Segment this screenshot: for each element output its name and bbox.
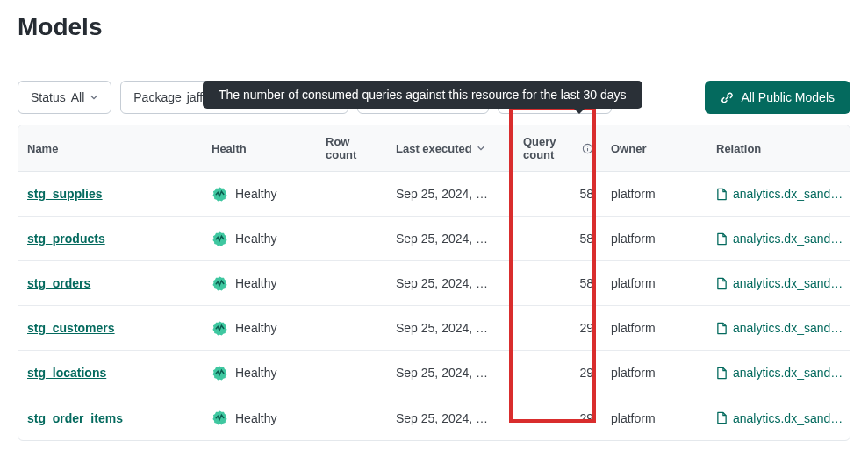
- model-link[interactable]: stg_products: [27, 231, 105, 246]
- cell-owner: platform: [602, 218, 707, 259]
- status-filter[interactable]: Status All: [18, 81, 111, 114]
- relation-link[interactable]: analytics.dx_sand…: [716, 411, 843, 425]
- col-name[interactable]: Name: [18, 125, 203, 171]
- model-link[interactable]: stg_customers: [27, 321, 115, 335]
- relation-text: analytics.dx_sand…: [733, 366, 843, 380]
- chevron-down-icon: [90, 93, 98, 102]
- table-row: stg_orders Healthy Sep 25, 2024, … 58 pl…: [18, 261, 850, 306]
- cell-querycount: 58: [514, 218, 602, 259]
- cell-relation: analytics.dx_sand…: [707, 174, 850, 214]
- chevron-down-icon: [477, 144, 485, 153]
- col-health[interactable]: Health: [203, 125, 317, 171]
- cell-lastexec: Sep 25, 2024, …: [387, 398, 514, 438]
- relation-text: analytics.dx_sand…: [733, 276, 843, 290]
- link-icon: [721, 91, 734, 104]
- document-icon: [716, 232, 728, 246]
- status-filter-value: All: [71, 90, 85, 104]
- cell-health: Healthy: [203, 352, 317, 395]
- relation-link[interactable]: analytics.dx_sand…: [716, 187, 843, 201]
- relation-text: analytics.dx_sand…: [733, 411, 843, 425]
- col-querycount[interactable]: Query count: [514, 125, 602, 171]
- cell-lastexec: Sep 25, 2024, …: [387, 308, 514, 348]
- health-icon: [212, 409, 228, 426]
- cell-health: Healthy: [203, 307, 317, 350]
- cell-lastexec: Sep 25, 2024, …: [387, 174, 514, 214]
- table-row: stg_products Healthy Sep 25, 2024, … 58 …: [18, 217, 850, 261]
- relation-text: analytics.dx_sand…: [733, 187, 843, 201]
- col-querycount-label: Query count: [523, 135, 577, 161]
- cell-name: stg_order_items: [18, 398, 203, 438]
- document-icon: [716, 411, 728, 424]
- cell-querycount: 29: [514, 398, 602, 438]
- cell-relation: analytics.dx_sand…: [707, 308, 850, 348]
- relation-link[interactable]: analytics.dx_sand…: [716, 231, 843, 246]
- relation-link[interactable]: analytics.dx_sand…: [716, 321, 843, 335]
- health-text: Healthy: [235, 411, 276, 425]
- model-link[interactable]: stg_orders: [27, 276, 90, 290]
- package-filter-label: Package: [133, 90, 181, 104]
- health-text: Healthy: [235, 321, 276, 335]
- document-icon: [716, 367, 728, 380]
- cell-lastexec: Sep 25, 2024, …: [387, 218, 514, 259]
- health-text: Healthy: [235, 366, 276, 380]
- model-link[interactable]: stg_supplies: [27, 187, 103, 201]
- relation-text: analytics.dx_sand…: [733, 231, 843, 246]
- col-rowcount-label: Row count: [326, 135, 378, 161]
- cell-owner: platform: [602, 263, 707, 303]
- model-link[interactable]: stg_locations: [27, 366, 106, 380]
- cell-lastexec: Sep 25, 2024, …: [387, 352, 514, 393]
- cell-health: Healthy: [203, 396, 317, 439]
- svg-point-1: [587, 146, 588, 146]
- cell-health: Healthy: [203, 262, 317, 305]
- cell-querycount: 29: [514, 308, 602, 348]
- cell-rowcount: [317, 225, 387, 252]
- cell-rowcount: [317, 315, 387, 341]
- cell-relation: analytics.dx_sand…: [707, 218, 850, 259]
- cell-health: Healthy: [203, 173, 317, 216]
- col-health-label: Health: [212, 142, 247, 155]
- table-body: stg_supplies Healthy Sep 25, 2024, … 58 …: [18, 172, 850, 440]
- table-row: stg_locations Healthy Sep 25, 2024, … 29…: [18, 351, 850, 395]
- all-public-models-button[interactable]: All Public Models: [705, 81, 850, 114]
- cell-owner: platform: [602, 398, 707, 438]
- info-icon: [582, 143, 593, 154]
- table-row: stg_customers Healthy Sep 25, 2024, … 29…: [18, 306, 850, 351]
- col-owner[interactable]: Owner: [602, 125, 707, 171]
- all-public-models-label: All Public Models: [741, 90, 835, 104]
- health-icon: [212, 275, 228, 292]
- cell-owner: platform: [602, 308, 707, 348]
- page-title: Models: [18, 13, 850, 41]
- health-icon: [212, 231, 228, 247]
- col-name-label: Name: [27, 142, 58, 155]
- models-table: Name Health Row count Last executed Quer…: [18, 125, 850, 441]
- cell-lastexec: Sep 25, 2024, …: [387, 263, 514, 303]
- relation-text: analytics.dx_sand…: [733, 321, 843, 335]
- table-row: stg_supplies Healthy Sep 25, 2024, … 58 …: [18, 172, 850, 217]
- cell-owner: platform: [602, 352, 707, 393]
- col-owner-label: Owner: [611, 142, 646, 155]
- cell-querycount: 58: [514, 263, 602, 303]
- health-text: Healthy: [235, 187, 276, 201]
- health-text: Healthy: [235, 231, 276, 246]
- relation-link[interactable]: analytics.dx_sand…: [716, 276, 843, 290]
- cell-health: Healthy: [203, 217, 317, 260]
- col-rowcount[interactable]: Row count: [317, 125, 387, 171]
- cell-name: stg_customers: [18, 308, 203, 348]
- model-link[interactable]: stg_order_items: [27, 411, 123, 425]
- cell-relation: analytics.dx_sand…: [707, 263, 850, 303]
- table-row: stg_order_items Healthy Sep 25, 2024, … …: [18, 395, 850, 440]
- document-icon: [716, 322, 728, 335]
- col-lastexec-label: Last executed: [396, 142, 472, 155]
- col-relation[interactable]: Relation: [707, 125, 850, 171]
- cell-querycount: 29: [514, 352, 602, 393]
- cell-name: stg_products: [18, 218, 203, 259]
- cell-owner: platform: [602, 174, 707, 214]
- col-relation-label: Relation: [716, 142, 761, 155]
- col-lastexec[interactable]: Last executed: [387, 125, 514, 171]
- cell-rowcount: [317, 270, 387, 296]
- cell-rowcount: [317, 181, 387, 207]
- health-icon: [212, 320, 228, 337]
- document-icon: [716, 277, 728, 290]
- cell-relation: analytics.dx_sand…: [707, 398, 850, 438]
- relation-link[interactable]: analytics.dx_sand…: [716, 366, 843, 380]
